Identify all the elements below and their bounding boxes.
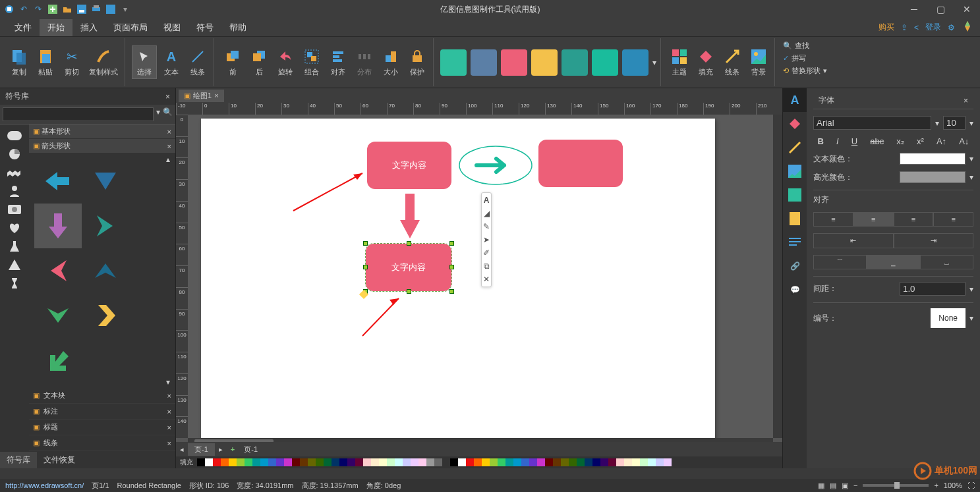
- rp-page-icon[interactable]: [783, 207, 807, 231]
- find-button[interactable]: 🔍查找: [783, 41, 827, 51]
- color-swatch[interactable]: [252, 458, 260, 466]
- color-swatch[interactable]: [205, 458, 213, 466]
- search-go-icon[interactable]: 🔍: [163, 107, 173, 121]
- color-swatch-7[interactable]: [622, 49, 649, 76]
- shape-arrow-dl[interactable]: [34, 338, 82, 383]
- color-swatch[interactable]: [664, 458, 672, 466]
- view-icon-2[interactable]: ▤: [830, 481, 836, 490]
- shape-chevr-right[interactable]: [82, 204, 129, 248]
- bg-button[interactable]: 背景: [747, 46, 770, 78]
- align-justify-button[interactable]: ≡: [933, 212, 973, 227]
- align-right-button[interactable]: ≡: [894, 212, 934, 227]
- rp-comment-icon[interactable]: 💬: [783, 278, 807, 302]
- ft-fill-icon[interactable]: ◢: [484, 209, 490, 218]
- rp-line-icon[interactable]: [783, 136, 807, 159]
- ft-delete-icon[interactable]: ✕: [483, 275, 490, 284]
- save-icon[interactable]: [76, 4, 87, 14]
- cut-button[interactable]: ✂剪切: [60, 46, 84, 78]
- shape-chevr-left[interactable]: [34, 248, 82, 293]
- cat-heart-icon[interactable]: [4, 221, 25, 235]
- color-swatch[interactable]: [363, 458, 371, 466]
- rp-close-icon[interactable]: ×: [964, 96, 968, 105]
- distribute-button[interactable]: 分布: [353, 46, 376, 78]
- color-swatch[interactable]: [418, 458, 426, 466]
- rp-image-icon[interactable]: [783, 159, 807, 183]
- italic-button[interactable]: I: [836, 136, 839, 146]
- indent-dec-button[interactable]: ⇤: [813, 233, 894, 248]
- rp-link-icon[interactable]: 🔗: [783, 254, 807, 278]
- font-shrink-button[interactable]: A↓: [959, 136, 969, 146]
- color-swatch[interactable]: [529, 458, 537, 466]
- status-url[interactable]: http://www.edrawsoft.cn/: [5, 481, 84, 489]
- section-basic[interactable]: ▣ 基本形状×: [29, 124, 175, 139]
- shelf-scroll-up[interactable]: ▴: [166, 155, 174, 164]
- color-swatch[interactable]: [545, 458, 553, 466]
- color-swatch[interactable]: [505, 458, 513, 466]
- color-swatch[interactable]: [268, 458, 276, 466]
- symbol-search-input[interactable]: [3, 107, 154, 121]
- color-swatch[interactable]: [229, 458, 237, 466]
- canvas-viewport[interactable]: 文字内容 文字内容 A ◢: [188, 115, 773, 438]
- align-button[interactable]: 对齐: [326, 46, 350, 78]
- section-arrows[interactable]: ▣ 箭头形状×: [29, 139, 175, 153]
- color-swatch[interactable]: [442, 458, 450, 466]
- rp-font-icon[interactable]: A: [783, 88, 807, 112]
- color-swatch-2[interactable]: [471, 49, 497, 76]
- color-swatch[interactable]: [632, 458, 640, 466]
- shape-tri-down[interactable]: [82, 159, 129, 204]
- color-swatch[interactable]: [624, 458, 632, 466]
- color-swatch[interactable]: [316, 458, 324, 466]
- lib-item[interactable]: ▣标注×: [29, 404, 175, 420]
- color-swatch-5[interactable]: [562, 49, 588, 76]
- shape-rrect-1[interactable]: 文字内容: [367, 142, 451, 189]
- color-swatch[interactable]: [347, 458, 355, 466]
- color-swatch[interactable]: [331, 458, 339, 466]
- color-swatch[interactable]: [387, 458, 395, 466]
- spell-button[interactable]: ✓拼写: [783, 53, 827, 63]
- paste-button[interactable]: 粘贴: [34, 46, 57, 78]
- open-icon[interactable]: [62, 4, 72, 14]
- font-size-input[interactable]: [943, 116, 966, 130]
- cat-tri-icon[interactable]: [4, 258, 25, 272]
- ft-edit-icon[interactable]: ✎: [483, 222, 490, 231]
- lines-button[interactable]: 线条: [720, 46, 744, 78]
- shape-arrow-left[interactable]: [34, 159, 82, 204]
- color-swatch[interactable]: [656, 458, 664, 466]
- valign-top-button[interactable]: ⎴: [813, 255, 867, 269]
- settings-icon[interactable]: ⚙: [948, 23, 955, 32]
- color-swatch[interactable]: [474, 458, 482, 466]
- subscript-button[interactable]: x₂: [896, 136, 904, 146]
- theme-button[interactable]: 主题: [668, 46, 691, 78]
- color-swatch[interactable]: [561, 458, 569, 466]
- cat-shapes-icon[interactable]: [4, 128, 25, 143]
- shape-chevr-up[interactable]: [82, 248, 129, 293]
- color-swatch[interactable]: [458, 458, 466, 466]
- color-swatch-6[interactable]: [592, 49, 618, 76]
- page[interactable]: 文字内容 文字内容 A ◢: [201, 119, 715, 438]
- bold-button[interactable]: B: [818, 136, 824, 146]
- color-swatch[interactable]: [513, 458, 521, 466]
- menu-start[interactable]: 开始: [40, 19, 72, 36]
- scrollbar-vertical[interactable]: [773, 115, 782, 438]
- rp-layer-icon[interactable]: [783, 183, 807, 207]
- color-swatch[interactable]: [569, 458, 577, 466]
- color-swatch[interactable]: [616, 458, 624, 466]
- color-swatch[interactable]: [237, 458, 245, 466]
- color-swatch-1[interactable]: [440, 49, 467, 76]
- undo-icon[interactable]: ↶: [18, 4, 29, 14]
- color-swatch[interactable]: [577, 458, 585, 466]
- cat-flask-icon[interactable]: [4, 239, 25, 254]
- color-swatch[interactable]: [371, 458, 379, 466]
- indent-inc-button[interactable]: ⇥: [894, 233, 974, 248]
- swatch-more-icon[interactable]: ▾: [652, 58, 656, 67]
- search-dropdown-icon[interactable]: ▾: [156, 107, 160, 121]
- protect-button[interactable]: 保护: [405, 46, 429, 78]
- shape-rrect-2[interactable]: [538, 140, 623, 187]
- doc-tab[interactable]: ▣绘图1×: [179, 90, 224, 102]
- color-swatch[interactable]: [300, 458, 308, 466]
- print-icon[interactable]: [91, 4, 101, 14]
- color-swatch[interactable]: [213, 458, 221, 466]
- redo-icon[interactable]: ↷: [33, 4, 43, 14]
- hilite-swatch[interactable]: [900, 171, 966, 183]
- shape-pink-arrow-down[interactable]: [399, 192, 421, 240]
